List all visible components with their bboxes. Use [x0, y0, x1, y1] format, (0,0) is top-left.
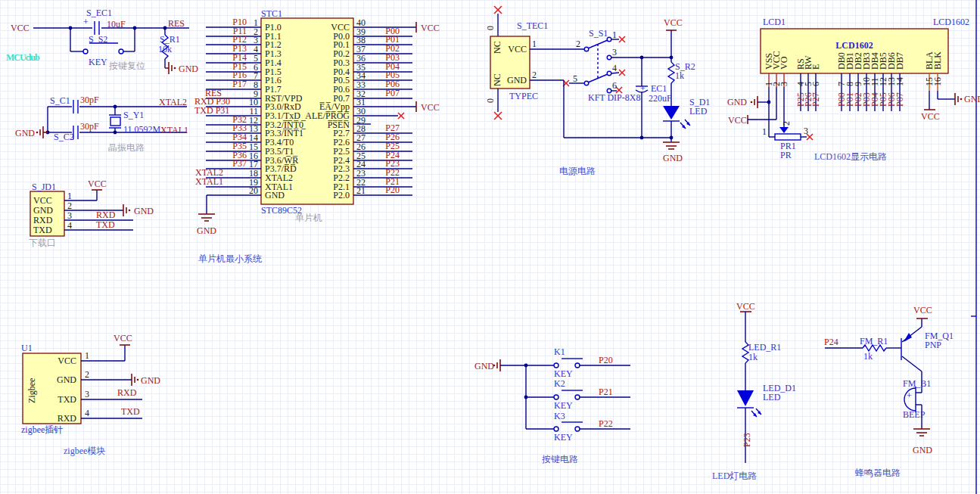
- reset-circuit-cap-value: 10uF: [107, 19, 126, 30]
- buzzer-circuit-p24-net: P24: [824, 337, 838, 347]
- led-circuit-p23-net: P23: [742, 433, 752, 447]
- power-circuit-sw-num-2: 2: [576, 39, 580, 49]
- reset-circuit-vcc-net: VCC: [11, 23, 30, 33]
- power-circuit-pin-gnd: GND: [507, 75, 527, 85]
- mcu-extra-mcu-designator: STC1: [261, 8, 282, 19]
- lcd-extra-pot-num-3: 3: [804, 126, 808, 136]
- download-port-rxd-net: RXD: [96, 210, 116, 220]
- lcd-extra-vcc-net-bla: VCC: [921, 111, 940, 122]
- download-port-port-note: 下载口: [29, 238, 56, 248]
- reset-circuit-resistor-value: 10k: [158, 44, 172, 54]
- power-circuit-sw-num-1: 1: [612, 30, 617, 40]
- power-circuit-pin0-top: 0: [485, 26, 496, 30]
- mcu-extra-mcu-title: 单片机最小系统: [198, 253, 262, 264]
- power-circuit-sw-num-4: 4: [612, 63, 617, 73]
- zigbee-module-gnd-net: GND: [141, 375, 160, 386]
- download-port-pin-gnd: GND: [33, 205, 53, 216]
- buzzer-circuit-r1-value: 1k: [863, 351, 873, 362]
- lcd-pin-number-14: 14: [894, 77, 905, 86]
- key-circuit-p20-net: P20: [599, 355, 613, 365]
- power-circuit-typec-part: TYPEC: [509, 91, 538, 101]
- buzzer-circuit-r1-designator: FM_R1: [860, 336, 888, 346]
- schematic-canvas: VCCS_EC1+10uFRESS_S2S_R110kKEY按键复位GNDS_C…: [0, 0, 980, 494]
- power-circuit-pin-vcc: VCC: [508, 44, 527, 54]
- mcu-pin-name-20: GND: [265, 190, 285, 200]
- key-circuit-k2-part: KEY: [554, 400, 573, 411]
- led-circuit-vcc-net: VCC: [736, 301, 755, 312]
- crystal-circuit-gnd-net: GND: [15, 128, 35, 138]
- buzzer-circuit-gnd-net: GND: [913, 445, 932, 455]
- crystal-circuit-xtal1-net: XTAL1: [160, 125, 188, 135]
- zigbee-module-pin-num-1: 1: [85, 350, 89, 361]
- power-circuit-pin-nc-bottom: NC: [492, 73, 502, 86]
- brand-logo: MCUclub: [6, 52, 40, 63]
- key-circuit-k3-part: KEY: [554, 432, 573, 443]
- mcu-extra-gnd-net: GND: [197, 225, 216, 236]
- crystal-circuit-cap1-designator: S_C1: [50, 95, 70, 106]
- mcu-net-11: TXD P31: [194, 105, 229, 116]
- download-port-gnd-net: GND: [134, 206, 154, 216]
- power-circuit-d1-part: LED: [689, 106, 708, 117]
- download-port-pin-txd: TXD: [33, 225, 52, 235]
- crystal-circuit-crystal-designator: S_Y1: [123, 110, 144, 120]
- led-circuit-r1-designator: LED_R1: [748, 342, 781, 353]
- download-port-connector-designator: S_JD1: [32, 182, 56, 192]
- power-circuit-vcc-net: VCC: [664, 17, 683, 28]
- download-port-pin-num-3: 3: [67, 210, 72, 221]
- power-circuit-power-title: 电源电路: [559, 166, 596, 176]
- key-circuit-k1-part: KEY: [554, 368, 573, 379]
- mcu-net-17: P37: [232, 158, 247, 169]
- lcd-extra-lcd-designator: LCD1: [763, 17, 786, 27]
- lcd-pin-name-16: BLK: [932, 51, 943, 70]
- zigbee-module-module-designator: U1: [21, 343, 33, 353]
- lcd-extra-pot-part: PR: [780, 150, 792, 160]
- zigbee-module-pin-gnd: GND: [57, 374, 76, 385]
- mcu-extra-mcu-note: 单片机: [295, 213, 322, 223]
- reset-circuit-gnd-net: GND: [179, 64, 198, 74]
- reset-circuit-resistor-designator: S_R1: [160, 34, 180, 45]
- power-circuit-ec1-value: 220uF: [649, 93, 672, 104]
- zigbee-module-txd-net: TXD: [121, 406, 140, 417]
- schematic-sheet: VCCS_EC1+10uFRESS_S2S_R110kKEY按键复位GNDS_C…: [0, 0, 980, 494]
- download-port-vcc-net: VCC: [88, 179, 107, 189]
- crystal-circuit-xtal2-net: XTAL2: [159, 97, 187, 107]
- led-circuit-d1-part: LED: [763, 392, 781, 402]
- mcu-net-21: P20: [385, 185, 400, 195]
- crystal-circuit-crystal-value: 11.0592M: [123, 124, 161, 135]
- lcd-pin-name-14: DB7: [894, 52, 905, 70]
- key-circuit-k3-designator: K3: [554, 411, 565, 421]
- mcu-pin-name-21: P2.0: [333, 190, 350, 200]
- download-port-txd-net: TXD: [96, 219, 115, 230]
- lcd-extra-gnd-net-blk: GND: [964, 94, 980, 104]
- mcu-pin-number-21: 21: [356, 185, 366, 196]
- zigbee-module-module-note: zigbee插针: [21, 424, 63, 435]
- generated-layer: VCCS_EC1+10uFRESS_S2S_R110kKEY按键复位GNDS_C…: [6, 8, 980, 481]
- power-circuit-sw-num-3: 3: [612, 47, 617, 57]
- power-circuit-switch-part: KFT DIP-8X8: [588, 92, 640, 103]
- mcu-pin-number-20: 20: [249, 185, 258, 196]
- buzzer-circuit-q1-part: PNP: [925, 340, 941, 350]
- power-circuit-ec1-plus: +: [640, 83, 646, 94]
- buzzer-circuit-buzzer-title: 蜂鸣器电路: [855, 468, 901, 478]
- mcu-net-32: P07: [385, 88, 400, 98]
- led-circuit-led-title: LED灯电路: [712, 471, 757, 481]
- zigbee-module-rxd-net: RXD: [117, 387, 137, 398]
- lcd-extra-lcd-big-label: LCD1602: [835, 40, 873, 51]
- mcu-extra-vcc-net-pin31: VCC: [421, 102, 440, 113]
- download-port-pin-vcc: VCC: [33, 195, 52, 206]
- zigbee-module-pin-txd: TXD: [58, 394, 76, 405]
- lcd-pin-number-6: 6: [810, 82, 821, 86]
- buzzer-circuit-vcc-net: VCC: [913, 305, 932, 315]
- reset-circuit-cap-designator: S_EC1: [86, 8, 112, 18]
- reset-circuit-cap-plus: +: [83, 17, 89, 27]
- key-circuit-k1-designator: K1: [554, 346, 565, 357]
- zigbee-module-zigbee-title: zigbee模块: [64, 446, 105, 456]
- lcd-extra-pot-num-1: 1: [762, 126, 767, 137]
- reset-circuit-button-designator: S_S2: [89, 34, 107, 45]
- reset-circuit-key-label: KEY: [89, 57, 107, 67]
- crystal-circuit-cap2-designator: S_C2: [54, 132, 74, 142]
- zigbee-module-pin-num-2: 2: [85, 369, 89, 380]
- zigbee-module-pin-num-4: 4: [85, 408, 89, 418]
- power-circuit-pin-nc-top: NC: [492, 41, 502, 54]
- lcd-extra-pot-num-2: 2: [781, 121, 792, 126]
